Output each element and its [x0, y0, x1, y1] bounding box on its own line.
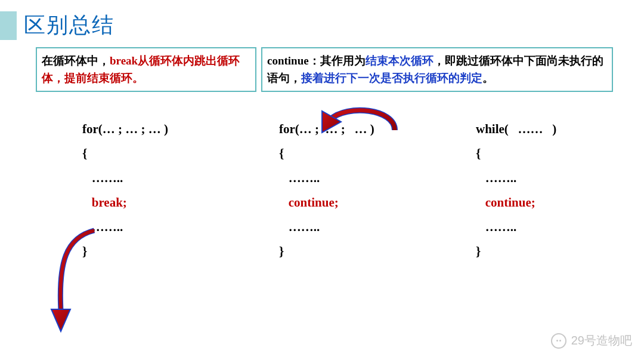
code-keyword-continue: continue;: [262, 195, 453, 210]
watermark: 29号造物吧: [551, 333, 632, 349]
text-fragment: 。: [482, 72, 494, 84]
code-line: }: [262, 244, 453, 259]
code-keyword-continue: continue;: [459, 195, 626, 210]
summary-boxes: 在循环体中，break从循环体内跳出循环体，提前结束循环。 continue：其…: [0, 47, 644, 92]
continue-summary-box: continue：其作用为结束本次循环，即跳过循环体中下面尚未执行的语句，接着进…: [261, 47, 613, 92]
code-line: {: [459, 146, 626, 161]
code-line: ……..: [262, 220, 453, 235]
code-keyword-break: break;: [66, 195, 256, 210]
code-line: ……..: [66, 171, 256, 186]
title-accent-mark: [0, 11, 17, 40]
watermark-text: 29号造物吧: [571, 333, 632, 349]
code-line: for(… ; … ; … ): [66, 122, 256, 137]
code-line: {: [262, 146, 453, 161]
page-title: 区别总结: [24, 11, 114, 40]
title-bar: 区别总结: [0, 0, 644, 47]
text-fragment: 在循环体中，: [42, 54, 110, 67]
code-line: {: [66, 146, 256, 161]
code-line: }: [459, 244, 626, 259]
code-line: ……..: [262, 171, 453, 186]
code-example-continue-for: for(… ; … ; … ) { …….. continue; …….. }: [262, 122, 453, 259]
svg-marker-0: [51, 309, 70, 331]
code-examples-area: for(… ; … ; … ) { …….. break; …….. } for…: [0, 92, 644, 259]
code-line: ……..: [66, 220, 256, 235]
wechat-icon: [551, 333, 566, 349]
text-fragment: 接着进行下一次是否执行循环的判定: [301, 72, 482, 84]
code-line: ……..: [459, 220, 626, 235]
code-line: }: [66, 244, 256, 259]
text-fragment: continue：: [267, 54, 320, 67]
text-fragment: 其作用为: [320, 54, 366, 67]
code-line: ……..: [459, 171, 626, 186]
text-fragment: 结束本次循环: [366, 54, 434, 67]
code-example-break-for: for(… ; … ; … ) { …….. break; …….. }: [66, 122, 256, 259]
code-line: while( …… ): [459, 122, 626, 137]
break-summary-box: 在循环体中，break从循环体内跳出循环体，提前结束循环。: [36, 47, 256, 92]
code-example-continue-while: while( …… ) { …….. continue; …….. }: [459, 122, 626, 259]
code-line: for(… ; … ; … ): [262, 122, 453, 137]
